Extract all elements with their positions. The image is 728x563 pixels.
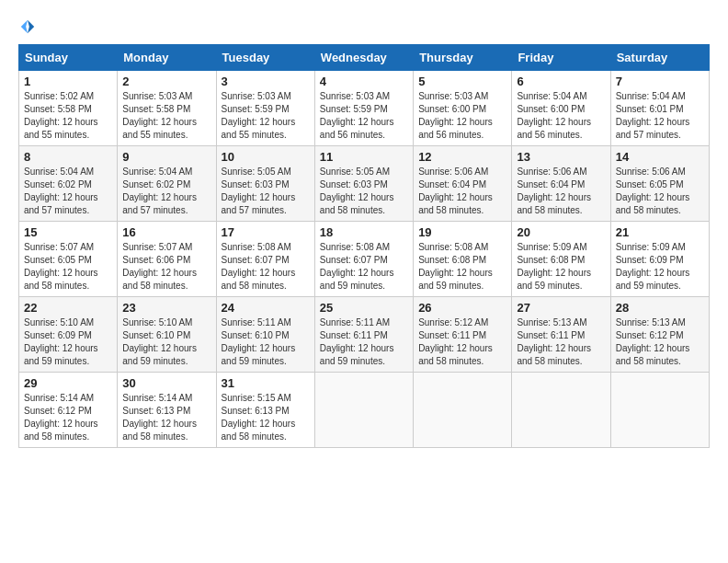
daylight-text: Daylight: 12 hours and 59 minutes. — [517, 268, 591, 291]
sunrise-text: Sunrise: 5:06 AM — [418, 167, 488, 177]
sunrise-text: Sunrise: 5:08 AM — [320, 242, 390, 252]
day-info: Sunrise: 5:08 AM Sunset: 6:07 PM Dayligh… — [222, 241, 310, 293]
sunrise-text: Sunrise: 5:10 AM — [24, 317, 94, 327]
daylight-text: Daylight: 12 hours and 58 minutes. — [24, 268, 98, 291]
sunset-text: Sunset: 6:11 PM — [517, 330, 585, 340]
calendar-cell: 6 Sunrise: 5:04 AM Sunset: 6:00 PM Dayli… — [512, 71, 610, 146]
sunset-text: Sunset: 5:59 PM — [320, 104, 388, 114]
calendar-cell — [512, 373, 610, 448]
calendar-week-3: 15 Sunrise: 5:07 AM Sunset: 6:05 PM Dayl… — [19, 222, 710, 297]
calendar-cell: 16 Sunrise: 5:07 AM Sunset: 6:06 PM Dayl… — [118, 222, 216, 297]
day-number: 28 — [616, 301, 704, 315]
day-number: 31 — [222, 376, 310, 390]
sunset-text: Sunset: 6:11 PM — [320, 330, 388, 340]
sunset-text: Sunset: 6:09 PM — [24, 330, 92, 340]
day-info: Sunrise: 5:07 AM Sunset: 6:05 PM Dayligh… — [24, 241, 112, 293]
day-info: Sunrise: 5:15 AM Sunset: 6:13 PM Dayligh… — [222, 392, 310, 443]
sunset-text: Sunset: 6:00 PM — [418, 104, 486, 114]
calendar-week-4: 22 Sunrise: 5:10 AM Sunset: 6:09 PM Dayl… — [19, 297, 710, 373]
day-number: 14 — [616, 150, 704, 164]
day-info: Sunrise: 5:05 AM Sunset: 6:03 PM Dayligh… — [222, 166, 310, 217]
day-number: 16 — [122, 225, 210, 239]
day-info: Sunrise: 5:09 AM Sunset: 6:08 PM Dayligh… — [517, 241, 605, 293]
sunset-text: Sunset: 6:07 PM — [320, 255, 388, 265]
daylight-text: Daylight: 12 hours and 59 minutes. — [222, 343, 296, 366]
sunset-text: Sunset: 6:10 PM — [222, 330, 290, 340]
day-number: 27 — [517, 301, 605, 315]
calendar-cell: 10 Sunrise: 5:05 AM Sunset: 6:03 PM Dayl… — [216, 146, 314, 222]
day-info: Sunrise: 5:03 AM Sunset: 6:00 PM Dayligh… — [418, 90, 506, 142]
day-number: 22 — [24, 301, 112, 315]
sunset-text: Sunset: 6:10 PM — [122, 330, 190, 340]
sunrise-text: Sunrise: 5:13 AM — [616, 317, 686, 327]
day-info: Sunrise: 5:05 AM Sunset: 6:03 PM Dayligh… — [320, 166, 408, 217]
sunrise-text: Sunrise: 5:03 AM — [122, 91, 192, 101]
sunset-text: Sunset: 6:00 PM — [517, 104, 585, 114]
daylight-text: Daylight: 12 hours and 58 minutes. — [418, 343, 493, 366]
daylight-text: Daylight: 12 hours and 57 minutes. — [616, 117, 690, 140]
sunrise-text: Sunrise: 5:03 AM — [418, 91, 488, 101]
calendar-cell: 2 Sunrise: 5:03 AM Sunset: 5:58 PM Dayli… — [118, 71, 216, 146]
calendar-header-sunday: Sunday — [19, 45, 118, 71]
calendar-cell: 8 Sunrise: 5:04 AM Sunset: 6:02 PM Dayli… — [19, 146, 118, 222]
day-number: 6 — [517, 75, 605, 88]
calendar-cell: 21 Sunrise: 5:09 AM Sunset: 6:09 PM Dayl… — [610, 222, 709, 297]
day-info: Sunrise: 5:03 AM Sunset: 5:58 PM Dayligh… — [122, 90, 210, 142]
sunset-text: Sunset: 5:58 PM — [122, 104, 190, 114]
day-number: 20 — [517, 225, 605, 239]
daylight-text: Daylight: 12 hours and 58 minutes. — [320, 192, 394, 215]
calendar-cell: 25 Sunrise: 5:11 AM Sunset: 6:11 PM Dayl… — [314, 297, 413, 373]
sunrise-text: Sunrise: 5:09 AM — [517, 242, 586, 252]
day-info: Sunrise: 5:03 AM Sunset: 5:59 PM Dayligh… — [320, 90, 408, 142]
sunrise-text: Sunrise: 5:13 AM — [517, 317, 586, 327]
calendar-cell — [414, 373, 512, 448]
sunset-text: Sunset: 6:12 PM — [616, 330, 684, 340]
logo — [18, 18, 37, 35]
day-info: Sunrise: 5:11 AM Sunset: 6:11 PM Dayligh… — [320, 316, 408, 368]
daylight-text: Daylight: 12 hours and 58 minutes. — [517, 192, 591, 215]
daylight-text: Daylight: 12 hours and 58 minutes. — [222, 268, 296, 291]
daylight-text: Daylight: 12 hours and 58 minutes. — [24, 419, 98, 442]
sunrise-text: Sunrise: 5:09 AM — [616, 242, 686, 252]
calendar-cell: 27 Sunrise: 5:13 AM Sunset: 6:11 PM Dayl… — [512, 297, 610, 373]
calendar-cell: 11 Sunrise: 5:05 AM Sunset: 6:03 PM Dayl… — [314, 146, 413, 222]
day-info: Sunrise: 5:10 AM Sunset: 6:10 PM Dayligh… — [122, 316, 210, 368]
day-info: Sunrise: 5:14 AM Sunset: 6:13 PM Dayligh… — [122, 392, 210, 443]
day-info: Sunrise: 5:09 AM Sunset: 6:09 PM Dayligh… — [616, 241, 704, 293]
day-number: 12 — [418, 150, 506, 164]
sunrise-text: Sunrise: 5:02 AM — [24, 91, 94, 101]
day-number: 26 — [418, 301, 506, 315]
day-info: Sunrise: 5:06 AM Sunset: 6:04 PM Dayligh… — [418, 166, 506, 217]
day-number: 11 — [320, 150, 408, 164]
sunset-text: Sunset: 6:08 PM — [517, 255, 585, 265]
day-number: 24 — [222, 301, 310, 315]
day-info: Sunrise: 5:12 AM Sunset: 6:11 PM Dayligh… — [418, 316, 506, 368]
sunrise-text: Sunrise: 5:03 AM — [222, 91, 291, 101]
day-number: 15 — [24, 225, 112, 239]
day-info: Sunrise: 5:11 AM Sunset: 6:10 PM Dayligh… — [222, 316, 310, 368]
calendar-header-tuesday: Tuesday — [216, 45, 314, 71]
sunrise-text: Sunrise: 5:04 AM — [122, 167, 192, 177]
sunrise-text: Sunrise: 5:06 AM — [517, 167, 586, 177]
day-number: 18 — [320, 225, 408, 239]
calendar-cell: 5 Sunrise: 5:03 AM Sunset: 6:00 PM Dayli… — [414, 71, 512, 146]
sunrise-text: Sunrise: 5:06 AM — [616, 167, 686, 177]
day-number: 21 — [616, 225, 704, 239]
day-info: Sunrise: 5:06 AM Sunset: 6:04 PM Dayligh… — [517, 166, 605, 217]
calendar-header-friday: Friday — [512, 45, 610, 71]
daylight-text: Daylight: 12 hours and 59 minutes. — [616, 268, 690, 291]
calendar-header-saturday: Saturday — [610, 45, 709, 71]
daylight-text: Daylight: 12 hours and 58 minutes. — [222, 419, 296, 442]
calendar-cell: 18 Sunrise: 5:08 AM Sunset: 6:07 PM Dayl… — [314, 222, 413, 297]
daylight-text: Daylight: 12 hours and 58 minutes. — [616, 192, 690, 215]
calendar-cell: 24 Sunrise: 5:11 AM Sunset: 6:10 PM Dayl… — [216, 297, 314, 373]
calendar-header-row: SundayMondayTuesdayWednesdayThursdayFrid… — [19, 45, 710, 71]
sunset-text: Sunset: 6:03 PM — [222, 179, 290, 190]
daylight-text: Daylight: 12 hours and 56 minutes. — [517, 117, 591, 140]
sunset-text: Sunset: 6:13 PM — [122, 406, 190, 416]
calendar-cell: 14 Sunrise: 5:06 AM Sunset: 6:05 PM Dayl… — [610, 146, 709, 222]
sunset-text: Sunset: 6:08 PM — [418, 255, 486, 265]
day-info: Sunrise: 5:07 AM Sunset: 6:06 PM Dayligh… — [122, 241, 210, 293]
calendar-cell: 23 Sunrise: 5:10 AM Sunset: 6:10 PM Dayl… — [118, 297, 216, 373]
daylight-text: Daylight: 12 hours and 58 minutes. — [616, 343, 690, 366]
